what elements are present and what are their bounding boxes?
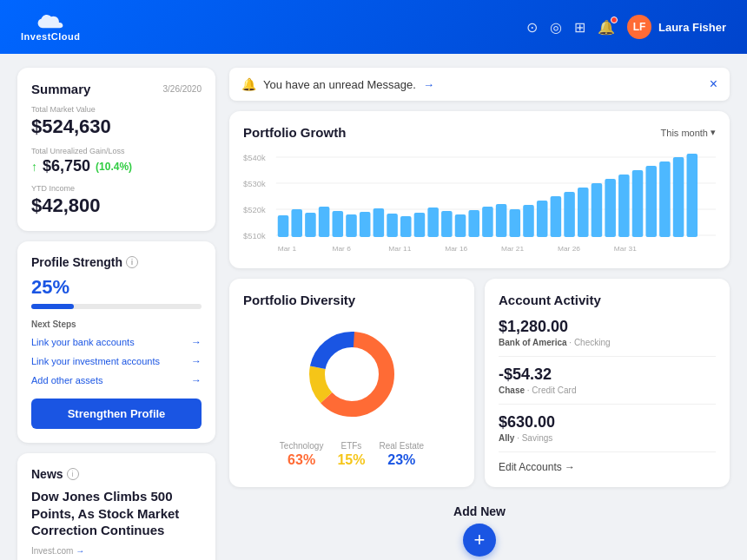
strengthen-profile-button[interactable]: Strengthen Profile: [31, 399, 202, 429]
svg-rect-33: [618, 175, 630, 237]
svg-rect-9: [291, 209, 302, 237]
news-card: News i Dow Jones Climbs 500 Points, As S…: [17, 453, 215, 560]
boa-sub: Bank of America · Checking: [499, 338, 716, 347]
svg-rect-14: [360, 212, 371, 237]
svg-rect-25: [510, 209, 521, 237]
account-item-ally: $630.00 Ally · Savings: [499, 413, 716, 452]
market-value-label: Total Market Value: [31, 105, 202, 114]
notification-close-button[interactable]: ×: [710, 76, 717, 92]
profile-strength-card: Profile Strength i 25% Next Steps Link y…: [17, 241, 215, 443]
chart-period-selector[interactable]: This month ▾: [661, 127, 716, 138]
news-headline: Dow Jones Climbs 500 Points, As Stock Ma…: [31, 488, 202, 539]
technology-pct: 63%: [288, 452, 315, 468]
news-source[interactable]: Invest.com →: [31, 546, 202, 556]
gain-arrow-icon: ↑: [31, 160, 37, 174]
ally-amount: $630.00: [499, 413, 716, 432]
svg-rect-35: [645, 166, 657, 237]
svg-rect-13: [346, 214, 357, 237]
svg-rect-10: [305, 213, 316, 237]
svg-rect-38: [687, 154, 698, 237]
svg-rect-15: [374, 208, 385, 237]
header: InvestCloud ⊙ ◎ ⊞ 🔔 LF Laura Fisher: [0, 0, 747, 54]
grid-icon[interactable]: ⊞: [574, 19, 585, 36]
svg-rect-22: [468, 210, 479, 237]
bank-accounts-link[interactable]: Link your bank accounts →: [31, 336, 202, 348]
etfs-pct: 15%: [337, 452, 365, 468]
other-assets-text: Add other assets: [31, 375, 103, 385]
account-activity-title: Account Activity: [499, 293, 716, 307]
svg-text:$520k: $520k: [243, 206, 266, 214]
svg-point-50: [326, 348, 378, 400]
notification-content: 🔔 You have an unread Message. →: [241, 77, 434, 91]
svg-text:$540k: $540k: [243, 154, 266, 162]
svg-rect-19: [427, 208, 439, 237]
svg-text:$530k: $530k: [243, 180, 266, 188]
portfolio-growth-card: Portfolio Growth This month ▾ $540k $530…: [229, 111, 730, 268]
svg-rect-36: [659, 161, 671, 237]
portfolio-diversity-card: Portfolio Diversity: [229, 279, 474, 487]
news-title-row: News i: [31, 467, 202, 481]
news-title: News: [31, 467, 63, 481]
ytd-label: YTD Income: [31, 184, 202, 193]
plus-icon: +: [474, 530, 486, 550]
notification-icon[interactable]: 🔔: [598, 19, 615, 36]
chart-header: Portfolio Growth This month ▾: [243, 125, 716, 140]
notification-text: You have an unread Message.: [263, 78, 416, 91]
svg-rect-29: [564, 192, 575, 237]
profile-info-icon[interactable]: i: [126, 256, 138, 268]
diversity-title: Portfolio Diversity: [243, 293, 460, 307]
svg-rect-12: [333, 211, 344, 237]
gain-value: $6,750: [43, 157, 90, 175]
user-profile[interactable]: LF Laura Fisher: [627, 15, 726, 39]
info-icon[interactable]: ◎: [550, 19, 562, 36]
notification-bar: 🔔 You have an unread Message. → ×: [229, 68, 730, 101]
ytd-value: $42,800: [31, 194, 202, 217]
left-column: Summary 3/26/2020 Total Market Value $52…: [17, 68, 215, 546]
notification-link[interactable]: →: [423, 78, 434, 91]
legend-real-estate: Real Estate 23%: [379, 441, 424, 468]
add-new-button[interactable]: +: [463, 524, 496, 557]
bank-accounts-text: Link your bank accounts: [31, 337, 135, 347]
main-content: Summary 3/26/2020 Total Market Value $52…: [0, 54, 747, 560]
donut-legend: Technology 63% ETFs 15% Real Estate 23%: [280, 441, 424, 468]
chevron-down-icon: ▾: [711, 127, 716, 138]
other-assets-link[interactable]: Add other assets →: [31, 374, 202, 386]
svg-text:Mar 1: Mar 1: [278, 245, 297, 253]
svg-rect-27: [537, 201, 548, 237]
account-activity-card: Account Activity $1,280.00 Bank of Ameri…: [485, 279, 730, 487]
investment-accounts-link[interactable]: Link your investment accounts →: [31, 355, 202, 367]
user-name: Laura Fisher: [658, 21, 726, 34]
real-estate-pct: 23%: [387, 452, 415, 468]
svg-rect-28: [551, 196, 562, 237]
chase-amount: -$54.32: [499, 366, 716, 384]
svg-text:$510k: $510k: [243, 232, 266, 240]
news-info-icon[interactable]: i: [67, 468, 79, 480]
settings-icon[interactable]: ⊙: [526, 19, 538, 36]
svg-text:Mar 6: Mar 6: [333, 245, 352, 253]
technology-label: Technology: [280, 441, 324, 451]
svg-rect-23: [482, 207, 493, 237]
real-estate-label: Real Estate: [379, 441, 424, 451]
svg-text:Mar 11: Mar 11: [388, 245, 411, 253]
boa-amount: $1,280.00: [499, 318, 716, 336]
add-new-area: Add New +: [229, 497, 730, 557]
svg-rect-34: [632, 170, 644, 237]
svg-rect-32: [605, 179, 616, 237]
svg-rect-18: [414, 213, 426, 237]
svg-rect-20: [441, 211, 453, 237]
svg-rect-17: [400, 216, 412, 237]
progress-bar-fill: [31, 304, 74, 309]
news-source-arrow: →: [76, 546, 84, 556]
add-new-label: Add New: [453, 504, 506, 518]
logo: InvestCloud: [21, 12, 80, 42]
legend-technology: Technology 63%: [280, 441, 324, 468]
donut-chart: [295, 318, 408, 431]
edit-accounts-link[interactable]: Edit Accounts →: [499, 461, 716, 473]
donut-chart-area: Technology 63% ETFs 15% Real Estate 23%: [243, 318, 460, 468]
summary-header: Summary 3/26/2020: [31, 82, 202, 96]
notification-bell-icon: 🔔: [241, 77, 256, 91]
etfs-label: ETFs: [340, 441, 361, 451]
svg-rect-31: [592, 183, 603, 237]
notification-badge: [611, 16, 618, 23]
market-value: $524,630: [31, 115, 202, 138]
